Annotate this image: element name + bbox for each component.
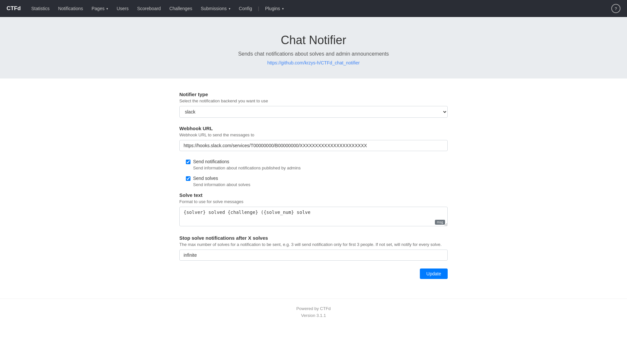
webhook-url-label: Webhook URL: [179, 126, 448, 131]
hero-subtitle: Sends chat notifications about solves an…: [7, 51, 620, 57]
solve-text-textarea[interactable]: [179, 207, 448, 226]
button-row: Update: [179, 269, 448, 279]
solve-text-description: Format to use for solve messages: [179, 199, 448, 204]
footer: Powered by CTFd Version 3.1.1: [0, 299, 627, 326]
notifier-type-select[interactable]: slack discord mattermost: [179, 106, 448, 118]
navbar-brand[interactable]: CTFd: [7, 5, 21, 12]
nav-item-plugins[interactable]: Plugins ▾: [261, 4, 288, 13]
nav-divider: |: [257, 6, 260, 11]
stop-after-group: Stop solve notifications after X solves …: [179, 235, 448, 261]
main-content: Notifier type Select the notification ba…: [173, 78, 454, 299]
send-solves-group: Send solves Send information about solve…: [179, 176, 448, 187]
plugins-caret-icon: ▾: [282, 7, 284, 10]
solve-text-group: Solve text Format to use for solve messa…: [179, 192, 448, 227]
send-solves-checkbox[interactable]: [186, 176, 190, 181]
footer-powered-by: Powered by CTFd: [7, 305, 620, 312]
nav-item-submissions[interactable]: Submissions ▾: [197, 4, 234, 13]
notifier-type-label: Notifier type: [179, 92, 448, 97]
nav-item-challenges[interactable]: Challenges: [165, 4, 196, 13]
send-notifications-description: Send information about notifications pub…: [193, 165, 448, 170]
solve-text-badge: msg: [435, 220, 445, 225]
send-notifications-checkbox[interactable]: [186, 160, 190, 164]
hero-section: Chat Notifier Sends chat notifications a…: [0, 17, 627, 78]
submissions-caret-icon: ▾: [229, 7, 230, 10]
notifier-type-description: Select the notification backend you want…: [179, 98, 448, 103]
nav-item-config[interactable]: Config: [235, 4, 256, 13]
stop-after-input[interactable]: [179, 250, 448, 261]
update-button[interactable]: Update: [420, 269, 448, 279]
solve-text-label: Solve text: [179, 192, 448, 198]
webhook-url-description: Webhook URL to send the messages to: [179, 132, 448, 137]
send-solves-label: Send solves: [193, 176, 218, 181]
navbar: CTFd Statistics Notifications Pages ▾ Us…: [0, 0, 627, 17]
pages-caret-icon: ▾: [106, 7, 108, 10]
stop-after-label: Stop solve notifications after X solves: [179, 235, 448, 241]
hero-title: Chat Notifier: [7, 33, 620, 47]
send-notifications-label: Send notifications: [193, 159, 229, 164]
help-icon[interactable]: ?: [611, 4, 620, 13]
webhook-url-group: Webhook URL Webhook URL to send the mess…: [179, 126, 448, 151]
nav-item-statistics[interactable]: Statistics: [27, 4, 53, 13]
nav-item-pages[interactable]: Pages ▾: [88, 4, 112, 13]
send-solves-item: Send solves: [186, 176, 448, 181]
webhook-url-input[interactable]: [179, 140, 448, 151]
nav-item-notifications[interactable]: Notifications: [54, 4, 87, 13]
hero-link[interactable]: https://github.com/krzys-h/CTFd_chat_not…: [267, 60, 360, 65]
send-notifications-item: Send notifications: [186, 159, 448, 164]
solve-text-wrapper: msg: [179, 207, 448, 227]
navbar-items: Statistics Notifications Pages ▾ Users S…: [27, 4, 611, 13]
send-solves-description: Send information about solves: [193, 182, 448, 187]
navbar-right: ?: [611, 4, 620, 13]
nav-item-users[interactable]: Users: [113, 4, 133, 13]
footer-version: Version 3.1.1: [7, 312, 620, 319]
stop-after-description: The max number of solves for a notificat…: [179, 242, 448, 247]
nav-item-scoreboard[interactable]: Scoreboard: [133, 4, 165, 13]
send-notifications-group: Send notifications Send information abou…: [179, 159, 448, 170]
notifier-type-group: Notifier type Select the notification ba…: [179, 92, 448, 118]
